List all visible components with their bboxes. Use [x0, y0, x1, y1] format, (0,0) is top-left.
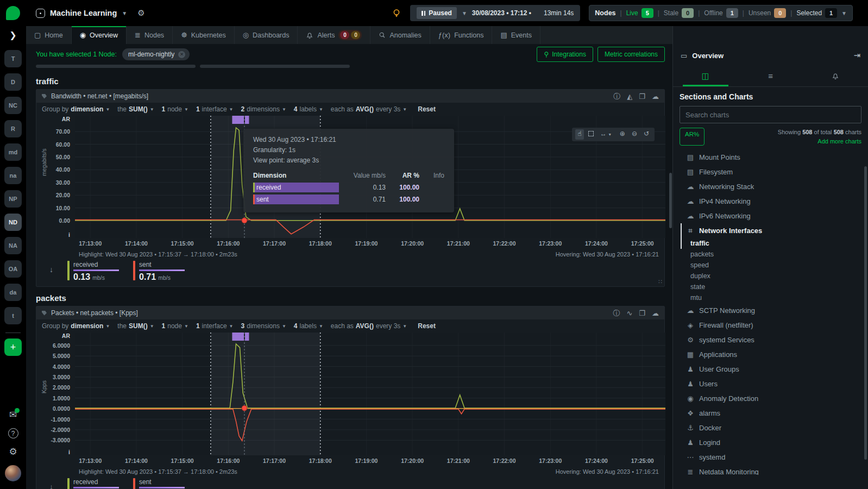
fullscreen-icon[interactable]: ❐: [639, 93, 645, 100]
tab-alerts[interactable]: Alerts00: [298, 26, 370, 44]
sort-icon[interactable]: ↓: [49, 265, 53, 274]
chart-type-icon[interactable]: ∿: [626, 310, 632, 317]
toolbar-dropdown[interactable]: 1interface▼: [196, 322, 234, 330]
menu-item-filesystem[interactable]: ▤Filesystem: [680, 165, 861, 179]
space-tile-t[interactable]: t: [4, 307, 22, 324]
menu-item-netdata-monitoring[interactable]: ≣Netdata Monitoring: [680, 465, 861, 475]
invitations-icon[interactable]: ✉: [9, 410, 17, 419]
menu-item-applications[interactable]: ▦Applications: [680, 347, 861, 362]
download-cloud-icon[interactable]: ☁: [652, 93, 659, 100]
packets-plot[interactable]: AR6.00005.00004.00003.00002.00001.00000.…: [36, 333, 664, 467]
menu-item-sctp-networking[interactable]: ☁SCTP Networking: [680, 303, 861, 318]
ar-filter-chip[interactable]: AR%: [680, 128, 705, 146]
chart-type-icon[interactable]: ◭: [627, 93, 632, 100]
chevron-down-icon[interactable]: ▼: [841, 10, 847, 16]
menu-item-logind[interactable]: ♟Logind: [680, 435, 861, 450]
toolbar-dropdown[interactable]: 1node▼: [162, 105, 188, 113]
legend-item-sent[interactable]: sent: [133, 478, 185, 489]
toolbar-dropdown[interactable]: each asAVG()every 3s▼: [331, 105, 407, 113]
menu-item-systemd[interactable]: ⋯systemd: [680, 450, 861, 465]
help-icon[interactable]: ?: [8, 428, 18, 438]
node-status-stale[interactable]: Stale0: [664, 8, 694, 18]
space-tile-da[interactable]: da: [4, 284, 22, 301]
toolbar-dropdown[interactable]: 4labels▼: [294, 322, 323, 330]
space-name[interactable]: Machine Learning: [50, 9, 117, 17]
expand-rail-icon[interactable]: ❯: [9, 30, 16, 40]
info-icon[interactable]: ⓘ: [613, 93, 620, 100]
menu-item-state[interactable]: state: [680, 281, 861, 292]
integrations-button[interactable]: ⚲Integrations: [537, 47, 593, 62]
node-status-selected[interactable]: Selected1: [796, 8, 837, 18]
play-pause-button[interactable]: Paused: [417, 7, 457, 19]
menu-item-speed[interactable]: speed: [680, 260, 861, 271]
toolbar-dropdown[interactable]: theSUM()▼: [117, 105, 154, 113]
select-area-icon[interactable]: [586, 129, 596, 140]
tab-anomalies[interactable]: Anomalies: [370, 26, 430, 44]
tab-filters[interactable]: ≡: [738, 65, 803, 86]
space-tile-OA[interactable]: OA: [4, 260, 22, 278]
horizontal-zoom-icon[interactable]: ↔▾: [598, 129, 615, 140]
menu-item-packets[interactable]: packets: [680, 249, 861, 260]
tab-alerts[interactable]: [803, 65, 868, 86]
menu-item-anomaly-detection[interactable]: ◉Anomaly Detection: [680, 391, 861, 406]
metric-correlations-button[interactable]: Metric correlations: [597, 47, 665, 62]
tab-kubernetes[interactable]: ☸Kubernetes: [173, 26, 235, 44]
space-tile-T[interactable]: T: [4, 50, 22, 67]
sort-icon[interactable]: ↓: [49, 482, 53, 489]
toolbar-dropdown[interactable]: 2dimensions▼: [241, 105, 286, 113]
sidebar-scrollbar[interactable]: [864, 166, 867, 460]
date-picker[interactable]: 30/08/2023 • 17:12 •: [472, 9, 531, 17]
space-tile-NP[interactable]: NP: [4, 190, 22, 208]
toolbar-dropdown[interactable]: 4labels▼: [294, 105, 323, 113]
legend-item-received[interactable]: received0.13mb/s: [67, 261, 119, 282]
space-tile-R[interactable]: R: [4, 120, 22, 137]
toolbar-dropdown[interactable]: theSUM()▼: [117, 322, 154, 330]
tab-functions[interactable]: ƒ(x)Functions: [430, 26, 493, 44]
selected-node-chip[interactable]: ml-demo-nightly ✕: [122, 48, 190, 60]
tab-charts[interactable]: ◫: [673, 65, 738, 86]
user-avatar[interactable]: [5, 465, 21, 481]
reset-zoom-icon[interactable]: ↺: [641, 129, 651, 140]
resize-handle[interactable]: ∷: [658, 278, 662, 285]
menu-item-systemd-services[interactable]: ⚙systemd Services: [680, 333, 861, 347]
toolbar-dropdown[interactable]: each asAVG()every 3s▼: [331, 322, 407, 330]
legend-item-sent[interactable]: sent0.71mb/s: [133, 261, 185, 282]
menu-item-ipv6-networking[interactable]: ☁IPv6 Networking: [680, 209, 861, 223]
reset-button[interactable]: Reset: [418, 105, 436, 113]
toolbar-dropdown[interactable]: 1node▼: [162, 322, 188, 330]
menu-item-firewall-netfilter-[interactable]: ◈Firewall (netfilter): [680, 318, 861, 333]
tab-events[interactable]: ▤Events: [492, 26, 540, 44]
space-tile-NA[interactable]: NA: [4, 237, 22, 254]
toolbar-dropdown[interactable]: Group bydimension▼: [42, 105, 110, 113]
space-tile-md[interactable]: md: [4, 143, 22, 161]
tab-dashboards[interactable]: ◎Dashboards: [235, 26, 298, 44]
menu-item-users[interactable]: ♟Users: [680, 377, 861, 391]
menu-item-mtu[interactable]: mtu: [680, 292, 861, 303]
node-status-offline[interactable]: Offline1: [704, 8, 738, 18]
tab-overview[interactable]: ◉Overview: [72, 26, 127, 44]
menu-item-docker[interactable]: ⚓Docker: [680, 421, 861, 435]
collapse-sidebar-icon[interactable]: ⇥: [853, 51, 860, 60]
fullscreen-icon[interactable]: ❐: [639, 310, 645, 317]
toolbar-dropdown[interactable]: 3dimensions▼: [241, 322, 286, 330]
remove-node-icon[interactable]: ✕: [178, 51, 185, 58]
node-status-unseen[interactable]: Unseen0: [749, 8, 786, 18]
settings-gear-icon[interactable]: ⚙: [9, 447, 17, 456]
zoom-out-icon[interactable]: ⊖: [630, 129, 639, 140]
menu-item-alarms[interactable]: ❖alarms: [680, 406, 861, 421]
add-more-charts-link[interactable]: Add more charts: [817, 138, 861, 145]
space-tile-na[interactable]: na: [4, 167, 22, 184]
search-charts-input[interactable]: [680, 106, 861, 123]
space-selector[interactable]: Machine Learning ▼ ⚙: [26, 8, 145, 18]
tab-nodes[interactable]: ≣Nodes: [127, 26, 173, 44]
tab-home[interactable]: ▢Home: [26, 26, 72, 44]
space-tile-NC[interactable]: NC: [4, 97, 22, 114]
pan-icon[interactable]: ☝: [575, 129, 583, 140]
chevron-down-icon[interactable]: ▼: [462, 10, 467, 16]
space-settings-gear-icon[interactable]: ⚙: [137, 8, 144, 18]
menu-item-duplex[interactable]: duplex: [680, 271, 861, 281]
reset-button[interactable]: Reset: [418, 322, 436, 330]
menu-item-ipv4-networking[interactable]: ☁IPv4 Networking: [680, 194, 861, 209]
zoom-in-icon[interactable]: ⊕: [618, 129, 627, 140]
menu-item-user-groups[interactable]: ♟User Groups: [680, 362, 861, 377]
